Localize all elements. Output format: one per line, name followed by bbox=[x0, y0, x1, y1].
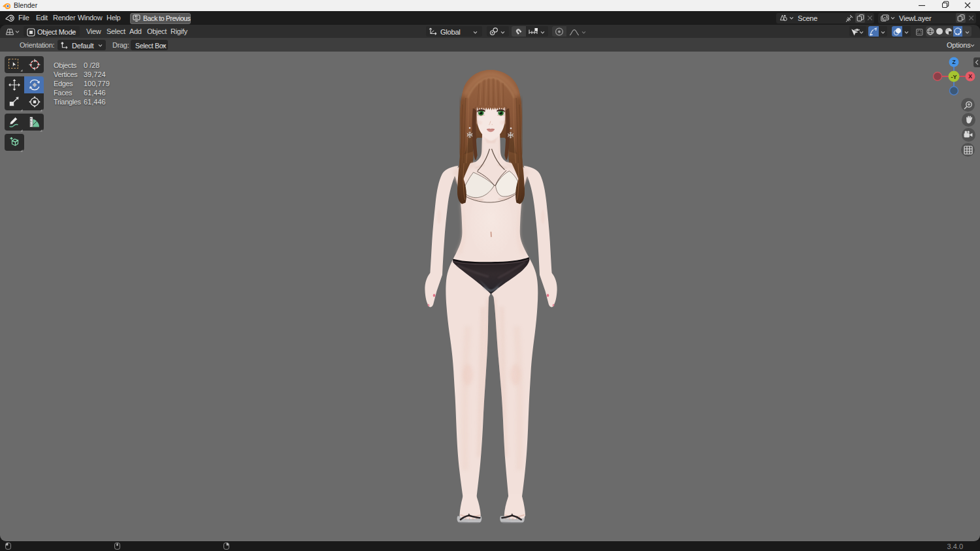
svg-text:Z: Z bbox=[952, 59, 955, 65]
svg-text:-Y: -Y bbox=[951, 74, 957, 80]
svg-text:X: X bbox=[968, 73, 972, 80]
